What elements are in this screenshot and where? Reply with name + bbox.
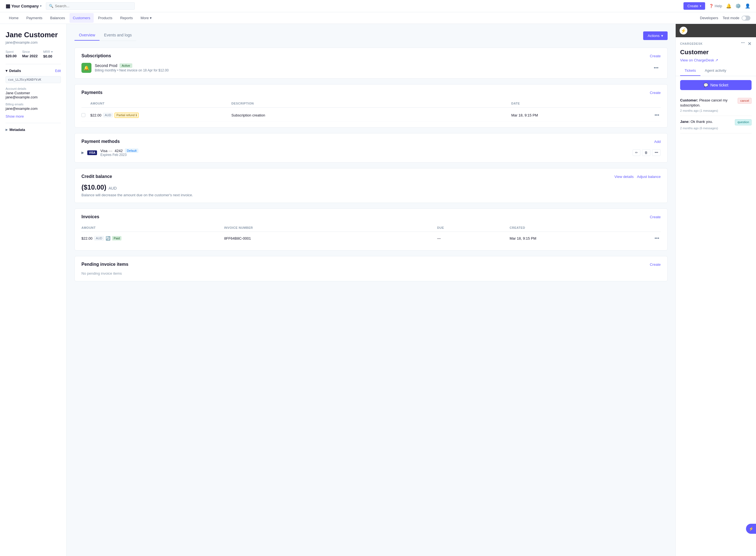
pm-default-badge: Default [125,148,138,153]
invoices-create-link[interactable]: Create [650,215,661,219]
invoice-number: 8FF64B8C-0001 [224,236,435,240]
pm-actions: ✏ 🗑 ••• [633,149,661,156]
ticket-2-tag: question [735,119,752,125]
chargedesk-view-link[interactable]: View on ChargeDesk ↗ [680,58,752,62]
new-ticket-button[interactable]: 💬 New ticket [680,80,752,90]
invoice-created: Mar 18, 9:15 PM [510,236,650,240]
actions-label: Actions [648,34,659,38]
ticket-2-meta: 2 months ago (6 messages) [680,127,752,130]
sub-nav-right: Developers Test mode [700,15,750,21]
pm-edit-button[interactable]: ✏ [633,149,640,156]
subscription-more-button[interactable]: ••• [651,64,661,71]
payments-header: Payments Create [81,90,661,95]
chargedesk-tabs: Tickets Agent activity [680,66,752,76]
adjust-balance-link[interactable]: Adjust balance [637,175,661,179]
invoices-title: Invoices [81,214,99,219]
actions-button[interactable]: Actions ▾ [643,31,668,40]
test-mode-label: Test mode [723,16,739,20]
subscriptions-create-link[interactable]: Create [650,54,661,58]
payments-create-link[interactable]: Create [650,91,661,95]
subscription-item: 🔔 Second Prod Active Billing monthly • N… [81,63,661,73]
create-button[interactable]: Create ▾ [683,2,705,10]
chargedesk-header: CHARGEDESK ••• ✕ Customer View on Charge… [676,37,756,76]
details-collapse-icon[interactable]: ▾ [6,69,7,73]
nav-payments[interactable]: Payments [23,13,46,23]
search-bar[interactable]: 🔍 [46,2,135,10]
company-selector[interactable]: ▦ Your Company ▾ [6,3,41,9]
payment-checkbox[interactable] [81,113,88,117]
test-mode-toggle[interactable]: Test mode [723,15,750,21]
pending-items-create-link[interactable]: Create [650,263,661,267]
mrr-chevron[interactable]: ▾ [51,50,53,54]
settings-icon[interactable]: ⚙️ [735,3,741,9]
credit-balance-links: View details Adjust balance [615,175,661,179]
inv-col-created: CREATED [510,226,650,229]
invoice-more-button[interactable]: ••• [652,235,661,242]
ticket-1-text: Customer: Please cancel my subscription.… [680,98,752,108]
payments-section: Payments Create AMOUNT DESCRIPTION DATE … [74,84,668,128]
edit-link[interactable]: Edit [55,69,61,73]
search-icon: 🔍 [49,4,53,8]
nav-more[interactable]: More ▾ [137,13,155,23]
chargedesk-float-button[interactable]: ⚡ [746,524,756,534]
col-actions [652,102,661,105]
pm-more-button[interactable]: ••• [652,149,661,156]
invoice-row-actions[interactable]: ••• [652,235,661,242]
rp-tab-tickets[interactable]: Tickets [680,66,700,76]
col-date: DATE [511,102,650,105]
mrr-label: MRR ▾ [43,50,52,54]
nav-customers[interactable]: Customers [70,13,94,23]
chargedesk-logo-icon: ⚡ [681,28,686,33]
invoice-row: $22.00 AUD 🔄 Paid 8FF64B8C-0001 — Mar 18… [81,232,661,245]
chargedesk-logo: ⚡ [680,27,687,34]
invoice-refresh-icon: 🔄 [106,236,110,240]
chargedesk-close-icon[interactable]: ✕ [748,41,752,46]
payments-table-header: AMOUNT DESCRIPTION DATE [81,100,661,108]
view-details-link[interactable]: View details [615,175,634,179]
pm-delete-button[interactable]: 🗑 [642,149,650,156]
chargedesk-brand: CHARGEDESK ••• ✕ [680,41,752,46]
rp-tab-agent-activity[interactable]: Agent activity [700,66,731,76]
billing-email: jane@example.com [6,106,61,111]
tab-events-logs[interactable]: Events and logs [100,31,136,41]
account-name: Jane Customer [6,91,61,95]
ticket-1-sender: Customer: [680,98,699,102]
ticket-1-content: Customer: Please cancel my subscription. [680,98,735,108]
tab-overview[interactable]: Overview [74,31,100,41]
nav-reports[interactable]: Reports [117,13,136,23]
chargedesk-more-icon[interactable]: ••• [741,41,745,46]
pm-expand-icon[interactable]: ▶ [81,151,84,154]
pending-items-header: Pending invoice items Create [81,262,661,267]
ticket-1-tag: cancel [737,98,752,104]
developers-link[interactable]: Developers [700,16,718,20]
credit-amount: ($10.00) AUD [81,183,661,191]
help-icon: ❓ [709,4,714,8]
nav-products[interactable]: Products [95,13,116,23]
show-more-link[interactable]: Show more [6,114,24,118]
subscription-info: Second Prod Active Billing monthly • Nex… [95,63,648,72]
account-email: jane@example.com [6,95,61,99]
payment-more-button[interactable]: ••• [652,111,661,119]
search-input[interactable] [55,4,132,8]
mrr-value: $0.00 [43,54,52,58]
nav-home[interactable]: Home [6,13,22,23]
notifications-icon[interactable]: 🔔 [726,3,731,9]
payment-methods-add-link[interactable]: Add [654,140,661,144]
account-icon[interactable]: 👤 [745,3,750,9]
details-section-title: ▾ Details [6,69,21,73]
sub-nav: Home Payments Balances Customers Product… [0,12,756,24]
account-details-group: Account details Jane Customer jane@examp… [6,87,61,99]
test-mode-switch[interactable] [742,15,750,21]
details-label: Details [9,69,21,73]
toggle-knob [742,16,746,20]
help-button[interactable]: ❓ Help [709,4,722,8]
chargedesk-topbar: ⚡ [676,24,756,37]
float-icon: ⚡ [749,526,754,531]
center-content: Overview Events and logs Actions ▾ Subsc… [67,24,675,556]
invoice-due: — [437,236,507,240]
external-link-icon: ↗ [715,58,718,62]
metadata-row[interactable]: ▶ Metadata [6,128,61,132]
invoice-paid-badge: Paid [112,236,121,240]
payment-row-actions[interactable]: ••• [652,111,661,119]
nav-balances[interactable]: Balances [47,13,68,23]
